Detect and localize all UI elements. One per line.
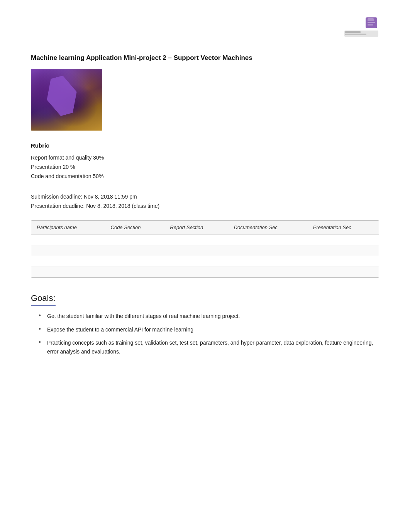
list-item: Get the student familiar with the differ…: [39, 312, 379, 320]
table-row: [31, 256, 379, 267]
svg-rect-6: [345, 34, 366, 35]
goals-section: Goals: Get the student familiar with the…: [31, 293, 379, 356]
logo: [341, 15, 379, 39]
presentation-deadline: Presentation deadline: Nov 8, 2018, 2018…: [31, 202, 379, 211]
rubric-table: Participants name Code Section Report Se…: [31, 220, 379, 278]
svg-rect-1: [368, 18, 374, 21]
goals-heading: Goals:: [31, 293, 56, 306]
col-code: Code Section: [105, 221, 165, 235]
submission-deadline: Submission deadline: Nov 8, 2018 11:59 p…: [31, 192, 379, 202]
rubric-item-2: Presentation 20 %: [31, 163, 379, 172]
rubric-heading: Rubric: [31, 142, 379, 149]
rubric-section: Rubric Report format and quality 30% Pre…: [31, 142, 379, 181]
deadlines-section: Submission deadline: Nov 8, 2018 11:59 p…: [31, 192, 379, 211]
table-header-row: Participants name Code Section Report Se…: [31, 221, 379, 235]
table-row: [31, 234, 379, 245]
svg-rect-5: [345, 31, 361, 33]
rubric-item-1: Report format and quality 30%: [31, 153, 379, 163]
col-documentation: Documentation Sec: [229, 221, 308, 235]
svg-rect-2: [368, 22, 375, 23]
col-participants: Participants name: [31, 221, 105, 235]
list-item: Practicing concepts such as training set…: [39, 338, 379, 356]
header: [31, 15, 379, 39]
table-row: [31, 245, 379, 256]
goals-list: Get the student familiar with the differ…: [31, 312, 379, 356]
svg-rect-3: [368, 24, 373, 25]
rubric-item-3: Code and documentation 50%: [31, 172, 379, 181]
list-item: Expose the student to a commercial API f…: [39, 325, 379, 334]
col-report: Report Section: [164, 221, 228, 235]
rubric-content: Report format and quality 30% Presentati…: [31, 153, 379, 181]
page-title: Machine learning Application Mini-projec…: [31, 54, 379, 62]
project-image: [31, 69, 102, 131]
table-row: [31, 267, 379, 277]
col-presentation: Presentation Sec: [308, 221, 379, 235]
participants-table: Participants name Code Section Report Se…: [31, 221, 379, 278]
logo-icon: [344, 17, 379, 38]
